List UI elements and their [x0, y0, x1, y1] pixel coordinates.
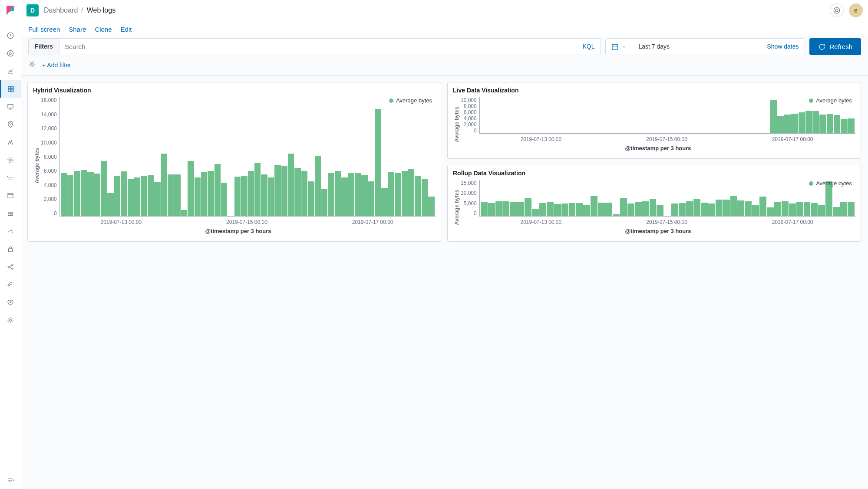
add-filter-link[interactable]: + Add filter [42, 62, 71, 69]
svg-point-9 [8, 158, 13, 163]
legend-label: Average bytes [816, 180, 852, 187]
legend-swatch [809, 98, 813, 103]
nav-recent-icon[interactable] [0, 26, 21, 44]
x-ticks: 2019-07-13 00:002019-07-15 00:002019-07-… [461, 217, 855, 225]
nav-dashboard-icon[interactable] [0, 80, 21, 98]
bar [848, 202, 855, 216]
nav-discover-icon[interactable] [0, 44, 21, 62]
svg-point-15 [12, 268, 13, 269]
bar [613, 214, 620, 216]
svg-rect-2 [8, 86, 10, 89]
chart-live[interactable]: Average bytesAverage bytes10,0008,0006,0… [453, 97, 855, 151]
chart-rollup[interactable]: Average bytesAverage bytes15,00010,0005,… [453, 180, 855, 234]
bar [833, 207, 840, 216]
filter-options-icon[interactable] [28, 60, 36, 69]
svg-point-16 [10, 319, 12, 321]
bar [841, 119, 847, 133]
filters-label[interactable]: Filters [29, 39, 59, 55]
x-ticks: 2019-07-13 00:002019-07-15 00:002019-07-… [41, 217, 436, 225]
chart-legend: Average bytes [809, 97, 852, 104]
nav-logs-icon[interactable] [0, 169, 21, 187]
x-axis-label: @timestamp per 3 hours [461, 225, 855, 234]
user-avatar[interactable]: e [849, 3, 863, 17]
y-axis-label: Average bytes [33, 146, 41, 185]
bar [840, 202, 847, 216]
share-link[interactable]: Share [69, 26, 86, 33]
nav-collapse-icon[interactable] [0, 471, 21, 489]
y-ticks: 10,0008,0006,0004,0002,0000 [461, 97, 479, 134]
bar [804, 202, 811, 216]
bar [101, 161, 107, 216]
query-bar: Filters KQL Last 7 days Show dates Refre… [21, 36, 868, 59]
bar [321, 189, 327, 216]
side-nav [0, 0, 21, 489]
kibana-logo[interactable] [0, 0, 21, 21]
bar [261, 174, 267, 216]
bar [774, 202, 781, 216]
plot-area[interactable] [59, 97, 436, 217]
bar [154, 182, 160, 216]
bar [517, 202, 524, 216]
bar [767, 207, 774, 216]
nav-uptime-icon[interactable] [0, 204, 21, 222]
bar [128, 179, 134, 216]
panel-live: Live Data Visualization Average bytesAve… [447, 82, 861, 159]
plot-area[interactable] [479, 97, 855, 134]
bar [81, 170, 87, 216]
bar [188, 161, 194, 216]
plot-area[interactable] [479, 180, 855, 217]
date-range-text[interactable]: Last 7 days [632, 39, 761, 55]
search-input[interactable] [59, 39, 576, 55]
dashboard-panels: Hybrid Visualization Average bytesAverag… [21, 76, 868, 489]
bar [181, 210, 187, 216]
nav-security-icon[interactable] [0, 240, 21, 258]
svg-point-1 [7, 50, 13, 56]
svg-rect-19 [612, 44, 617, 49]
panel-title: Rollup Data Visualization [453, 170, 855, 177]
nav-apm-icon[interactable] [0, 187, 21, 204]
edit-link[interactable]: Edit [121, 26, 132, 33]
chart-hybrid[interactable]: Average bytesAverage bytes16,00014,00012… [33, 97, 436, 234]
fullscreen-link[interactable]: Full screen [28, 26, 60, 33]
show-dates-link[interactable]: Show dates [761, 39, 805, 55]
nav-visualize-icon[interactable] [0, 62, 21, 80]
nav-siem-icon[interactable] [0, 222, 21, 240]
bar [381, 188, 387, 216]
bar [583, 205, 590, 216]
search-group: Filters KQL [28, 38, 601, 55]
space-selector[interactable]: D [26, 4, 39, 16]
bar [671, 203, 678, 216]
bar [708, 203, 715, 216]
legend-swatch [809, 181, 813, 186]
kql-toggle[interactable]: KQL [576, 39, 601, 55]
bar [679, 203, 686, 216]
nav-maps-icon[interactable] [0, 115, 21, 133]
refresh-button[interactable]: Refresh [809, 38, 861, 55]
bar [114, 176, 120, 216]
bar [234, 177, 241, 216]
legend-label: Average bytes [816, 97, 852, 104]
y-axis-label: Average bytes [453, 188, 461, 227]
help-icon[interactable] [830, 3, 844, 17]
bar [777, 116, 784, 133]
y-axis-label: Average bytes [453, 105, 461, 144]
chart-legend: Average bytes [389, 97, 432, 104]
bar [825, 181, 832, 216]
date-picker-button[interactable] [606, 39, 632, 55]
bar [799, 112, 805, 133]
breadcrumb-parent[interactable]: Dashboard [44, 7, 78, 14]
bar [268, 177, 274, 216]
nav-infra-icon[interactable] [0, 151, 21, 169]
nav-management-icon[interactable] [0, 311, 21, 329]
nav-canvas-icon[interactable] [0, 98, 21, 115]
nav-ml-icon[interactable] [0, 133, 21, 151]
nav-devtools-icon[interactable] [0, 276, 21, 293]
nav-monitoring-icon[interactable] [0, 293, 21, 311]
bar [94, 174, 100, 216]
bar [834, 115, 840, 133]
bar [402, 171, 408, 216]
clone-link[interactable]: Clone [95, 26, 112, 33]
panel-hybrid: Hybrid Visualization Average bytesAverag… [27, 82, 441, 242]
nav-graph-icon[interactable] [0, 258, 21, 276]
bar [241, 176, 247, 216]
